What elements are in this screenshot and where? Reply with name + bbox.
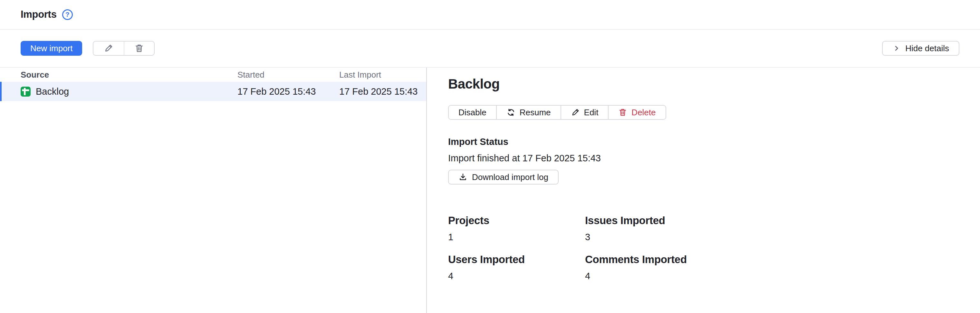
download-icon	[458, 173, 468, 182]
stat-label: Comments Imported	[585, 254, 722, 265]
backlog-source-icon	[21, 87, 30, 97]
resume-label: Resume	[520, 108, 551, 118]
stat-issues-imported: Issues Imported 3	[585, 215, 722, 242]
pencil-icon	[104, 43, 113, 53]
stat-label: Issues Imported	[585, 215, 722, 226]
column-header-source[interactable]: Source	[0, 70, 237, 80]
edit-button[interactable]: Edit	[560, 106, 608, 119]
started-cell: 17 Feb 2025 15:43	[237, 86, 339, 97]
imports-table: Source Started Last Import Backlog 17 Fe…	[0, 68, 426, 313]
help-icon[interactable]: ?	[62, 10, 73, 20]
stat-label: Projects	[448, 215, 585, 226]
disable-button[interactable]: Disable	[449, 106, 496, 119]
delete-import-button[interactable]	[124, 41, 154, 55]
trash-icon	[618, 108, 627, 117]
content: Source Started Last Import Backlog 17 Fe…	[0, 68, 980, 313]
edit-import-button[interactable]	[94, 41, 124, 55]
stat-label: Users Imported	[448, 254, 585, 265]
toolbar-left: New import	[21, 41, 154, 56]
download-import-log-button[interactable]: Download import log	[448, 170, 558, 184]
sync-icon	[506, 108, 515, 117]
page-header: Imports ?	[0, 0, 980, 30]
download-import-log-label: Download import log	[472, 172, 548, 182]
hide-details-label: Hide details	[905, 43, 949, 54]
stat-users-imported: Users Imported 4	[448, 254, 585, 281]
import-status-heading: Import Status	[448, 137, 961, 147]
new-import-button[interactable]: New import	[21, 41, 82, 56]
column-header-started[interactable]: Started	[237, 70, 339, 80]
table-header-row: Source Started Last Import	[0, 68, 426, 82]
hide-details-button[interactable]: Hide details	[882, 41, 959, 56]
chevron-right-icon	[892, 44, 901, 52]
details-panel: Backlog Disable Resume	[426, 68, 980, 313]
trash-icon	[134, 43, 144, 53]
resume-button[interactable]: Resume	[496, 106, 560, 119]
delete-button[interactable]: Delete	[608, 106, 665, 119]
stat-value: 4	[448, 271, 585, 281]
import-row-actions-group	[93, 41, 154, 56]
details-actions-group: Disable Resume	[448, 105, 666, 120]
import-stats: Projects 1 Issues Imported 3 Users Impor…	[448, 215, 961, 281]
stat-comments-imported: Comments Imported 4	[585, 254, 722, 281]
pencil-icon	[571, 108, 580, 117]
last-import-cell: 17 Feb 2025 15:43	[339, 86, 426, 97]
stat-projects: Projects 1	[448, 215, 585, 242]
imports-page: Imports ? New import	[0, 0, 980, 313]
import-status-message: Import finished at 17 Feb 2025 15:43	[448, 153, 961, 163]
source-cell: Backlog	[0, 86, 237, 97]
stat-value: 3	[585, 232, 722, 242]
disable-label: Disable	[458, 108, 487, 118]
table-row[interactable]: Backlog 17 Feb 2025 15:43 17 Feb 2025 15…	[0, 82, 426, 101]
stat-value: 4	[585, 271, 722, 281]
column-header-last-import[interactable]: Last Import	[339, 70, 426, 80]
page-title: Imports	[21, 9, 57, 20]
edit-label: Edit	[584, 108, 598, 118]
details-title: Backlog	[448, 76, 961, 92]
stat-value: 1	[448, 232, 585, 242]
toolbar: New import	[0, 30, 980, 68]
source-name: Backlog	[36, 86, 69, 97]
delete-label: Delete	[632, 108, 655, 118]
